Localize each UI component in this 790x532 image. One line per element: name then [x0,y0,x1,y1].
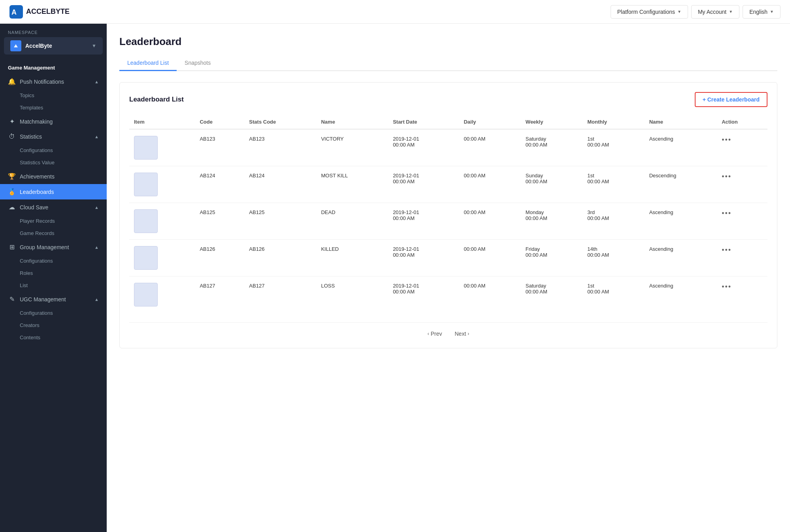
namespace-label: NAMESPACE [0,24,107,37]
sidebar-item-configurations[interactable]: Configurations [0,144,107,156]
namespace-selector[interactable]: AccelByte ▼ [4,37,103,55]
col-daily: Daily [459,115,520,129]
cell-monthly: 14th 00:00 AM [583,240,644,276]
my-account-dropdown[interactable]: My Account ▼ [691,5,739,19]
sidebar-item-list[interactable]: List [0,279,107,291]
col-start-date: Start Date [388,115,459,129]
cell-sort-name: Ascending [645,129,717,166]
group-management-chevron-icon: ▲ [94,245,99,250]
cell-code: AB126 [195,240,244,276]
action-menu-button[interactable]: ••• [722,136,732,144]
cell-name: LOSS [316,276,388,313]
sidebar-item-configurations-label: Configurations [20,147,53,153]
sidebar-item-statistics[interactable]: ⏱ Statistics ▲ [0,129,107,144]
cell-item-thumbnail [129,166,195,203]
logo-icon: A [9,5,23,19]
table-row: AB127AB127LOSS2019-12-01 00:00 AM00:00 A… [129,276,767,313]
cell-code: AB123 [195,129,244,166]
col-monthly: Monthly [583,115,644,129]
language-chevron-icon: ▼ [770,9,774,14]
sidebar-item-topics-label: Topics [20,92,34,98]
top-nav-right: Platform Configurations ▼ My Account ▼ E… [611,5,781,19]
create-leaderboard-label: + Create Leaderboard [703,96,760,103]
sidebar-item-cloud-save[interactable]: ☁ Cloud Save ▲ [0,199,107,215]
next-chevron-icon: › [468,331,469,336]
pagination: ‹ Prev Next › [129,322,767,338]
action-menu-button[interactable]: ••• [722,209,732,217]
logo: A ACCELBYTE [9,5,611,19]
cell-item-thumbnail [129,203,195,240]
bell-icon: 🔔 [8,78,16,85]
cell-stats-code: AB127 [244,276,316,313]
cell-action[interactable]: ••• [717,166,767,203]
statistics-icon: ⏱ [8,133,16,140]
cell-action[interactable]: ••• [717,129,767,166]
sidebar-item-push-notifications[interactable]: 🔔 Push Notifications ▲ [0,74,107,89]
cell-item-thumbnail [129,276,195,313]
cell-name: MOST KILL [316,166,388,203]
sidebar-item-game-records-label: Game Records [20,230,54,236]
cell-weekly: Saturday 00:00 AM [521,276,583,313]
table-row: AB125AB125DEAD2019-12-01 00:00 AM00:00 A… [129,203,767,240]
logo-text: ACCELBYTE [26,8,70,16]
sidebar-item-group-management[interactable]: ⊞ Group Management ▲ [0,239,107,255]
sidebar-item-templates[interactable]: Templates [0,102,107,114]
platform-config-dropdown[interactable]: Platform Configurations ▼ [611,5,688,19]
language-dropdown[interactable]: English ▼ [743,5,781,19]
sidebar-item-group-configurations[interactable]: Configurations [0,255,107,267]
cell-action[interactable]: ••• [717,203,767,240]
sidebar-item-statistics-value[interactable]: Statistics Value [0,156,107,169]
table-body: AB123AB123VICTORY2019-12-01 00:00 AM00:0… [129,129,767,313]
action-menu-button[interactable]: ••• [722,246,732,254]
cell-action[interactable]: ••• [717,276,767,313]
platform-config-label: Platform Configurations [617,9,675,15]
cell-stats-code: AB126 [244,240,316,276]
namespace-name: AccelByte [25,43,88,49]
sidebar-item-game-records[interactable]: Game Records [0,227,107,239]
tab-leaderboard-list[interactable]: Leaderboard List [119,56,177,71]
next-button[interactable]: Next › [452,329,473,338]
sidebar-item-leaderboards-label: Leaderboards [20,189,99,195]
ugc-management-chevron-icon: ▲ [94,297,99,302]
content-area: Leaderboard Leaderboard List Snapshots L… [107,24,790,532]
push-notifications-chevron-icon: ▲ [94,79,99,84]
item-thumbnail-image [134,283,158,306]
list-header: Leaderboard List + Create Leaderboard [129,92,767,107]
cell-code: AB125 [195,203,244,240]
sidebar-item-leaderboards[interactable]: 🏅 Leaderboards [0,184,107,199]
table-header: Item Code Stats Code Name Start Date Dai… [129,115,767,129]
sidebar-item-cloud-save-label: Cloud Save [20,204,91,211]
my-account-chevron-icon: ▼ [729,9,733,14]
sidebar-item-topics[interactable]: Topics [0,89,107,102]
tab-snapshots[interactable]: Snapshots [177,56,219,71]
col-stats-code: Stats Code [244,115,316,129]
statistics-chevron-icon: ▲ [94,134,99,139]
svg-text:A: A [11,8,17,16]
cell-sort-name: Descending [645,166,717,203]
cell-start-date: 2019-12-01 00:00 AM [388,240,459,276]
sidebar-item-roles[interactable]: Roles [0,267,107,279]
prev-chevron-icon: ‹ [428,331,429,336]
cell-weekly: Saturday 00:00 AM [521,129,583,166]
action-menu-button[interactable]: ••• [722,173,732,180]
sidebar-item-achievements[interactable]: 🏆 Achievements [0,169,107,184]
action-menu-button[interactable]: ••• [722,283,732,291]
cell-monthly: 1st 00:00 AM [583,166,644,203]
sidebar-item-ugc-configurations[interactable]: Configurations [0,307,107,319]
sidebar: NAMESPACE AccelByte ▼ Game Management 🔔 … [0,24,107,532]
sidebar-item-ugc-management[interactable]: ✎ UGC Management ▲ [0,291,107,307]
prev-button[interactable]: ‹ Prev [424,329,445,338]
cell-monthly: 3rd 00:00 AM [583,203,644,240]
cell-name: DEAD [316,203,388,240]
sidebar-item-player-records[interactable]: Player Records [0,215,107,227]
cloud-save-icon: ☁ [8,203,16,211]
sidebar-item-matchmaking[interactable]: ✦ Matchmaking [0,114,107,129]
col-name: Name [316,115,388,129]
cell-stats-code: AB124 [244,166,316,203]
cell-item-thumbnail [129,240,195,276]
create-leaderboard-button[interactable]: + Create Leaderboard [695,92,767,107]
sidebar-item-contents[interactable]: Contents [0,331,107,344]
sidebar-item-creators[interactable]: Creators [0,319,107,331]
page-title: Leaderboard [119,36,777,48]
cell-action[interactable]: ••• [717,240,767,276]
